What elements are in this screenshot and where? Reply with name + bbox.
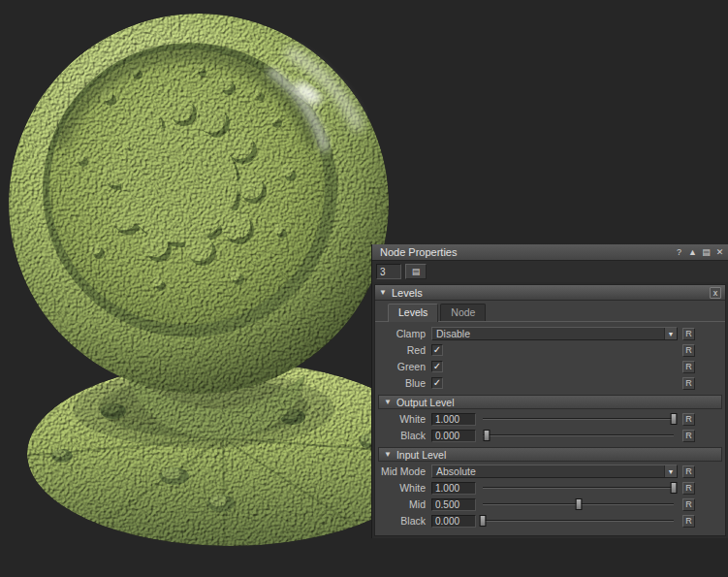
- input-level-section-header[interactable]: ▼ Input Level: [378, 447, 722, 462]
- blue-checkbox[interactable]: ✓: [431, 377, 443, 389]
- mid-mode-reset-button[interactable]: R: [682, 465, 695, 478]
- check-icon: ✓: [433, 345, 441, 355]
- collapse-icon[interactable]: ▼: [379, 288, 387, 297]
- green-checkbox[interactable]: ✓: [431, 361, 443, 372]
- slider-handle[interactable]: [480, 515, 487, 527]
- levels-group: ▼ Levels x Levels Node Clamp Disable ▼: [374, 284, 726, 536]
- output-black-reset-button[interactable]: R: [682, 430, 695, 442]
- input-mid-slider[interactable]: [479, 497, 678, 511]
- blue-reset-button[interactable]: R: [682, 377, 695, 390]
- output-white-label: White: [377, 413, 431, 425]
- close-icon[interactable]: ✕: [713, 246, 726, 259]
- panel-title: Node Properties: [380, 246, 672, 258]
- input-mid-input[interactable]: [431, 498, 476, 511]
- input-mid-reset-button[interactable]: R: [682, 498, 695, 511]
- clamp-value: Disable: [432, 328, 664, 339]
- output-white-reset-button[interactable]: R: [682, 413, 695, 426]
- panel-toolbar: ▤: [372, 261, 728, 282]
- levels-group-header[interactable]: ▼ Levels x: [375, 285, 725, 301]
- panel-titlebar[interactable]: Node Properties ? ▲ ▤ ✕: [372, 244, 728, 261]
- output-black-label: Black: [377, 430, 431, 441]
- tab-levels[interactable]: Levels: [388, 304, 438, 322]
- green-reset-button[interactable]: R: [682, 361, 695, 373]
- menu-icon[interactable]: ▤: [700, 246, 712, 259]
- output-level-title: Output Level: [396, 397, 455, 408]
- check-icon: ✓: [433, 362, 441, 371]
- output-black-slider[interactable]: [479, 429, 678, 442]
- slider-handle[interactable]: [671, 413, 678, 425]
- input-white-row: White R: [375, 480, 725, 496]
- green-channel-row: Green ✓ R: [375, 359, 725, 374]
- levels-form: Clamp Disable ▼ R Red ✓ R: [375, 322, 725, 535]
- mid-mode-dropdown[interactable]: Absolute ▼: [431, 465, 678, 478]
- input-black-slider[interactable]: [479, 514, 678, 528]
- red-label: Red: [377, 344, 431, 356]
- mid-mode-value: Absolute: [432, 465, 664, 477]
- input-white-reset-button[interactable]: R: [682, 482, 695, 495]
- node-properties-panel: Node Properties ? ▲ ▤ ✕ ▤ ▼ Levels x Lev…: [371, 244, 728, 538]
- collapse-icon[interactable]: ▼: [384, 450, 392, 459]
- clamp-label: Clamp: [377, 328, 431, 339]
- output-white-row: White R: [375, 411, 725, 427]
- red-checkbox[interactable]: ✓: [431, 344, 443, 356]
- red-reset-button[interactable]: R: [682, 344, 695, 357]
- output-black-row: Black R: [375, 428, 725, 443]
- output-black-input[interactable]: [431, 430, 476, 442]
- chevron-down-icon[interactable]: ▼: [664, 328, 677, 339]
- red-channel-row: Red ✓ R: [375, 342, 725, 358]
- input-mid-row: Mid R: [375, 497, 725, 512]
- mid-mode-row: Mid Mode Absolute ▼ R: [375, 464, 725, 479]
- levels-group-title: Levels: [392, 287, 705, 299]
- group-close-button[interactable]: x: [710, 287, 721, 299]
- input-black-reset-button[interactable]: R: [682, 515, 695, 528]
- check-icon: ✓: [433, 378, 441, 388]
- input-black-label: Black: [377, 515, 431, 527]
- clamp-dropdown[interactable]: Disable ▼: [431, 327, 678, 340]
- slider-handle[interactable]: [575, 498, 582, 510]
- application-window: Node Properties ? ▲ ▤ ✕ ▤ ▼ Levels x Lev…: [0, 0, 728, 577]
- input-level-title: Input Level: [396, 449, 446, 461]
- slider-handle[interactable]: [671, 482, 678, 494]
- collapse-icon[interactable]: ▼: [384, 398, 392, 406]
- pin-icon[interactable]: ▲: [686, 246, 699, 259]
- tab-bar: Levels Node: [375, 301, 725, 322]
- count-input[interactable]: [376, 264, 401, 279]
- blue-channel-row: Blue ✓ R: [375, 375, 725, 391]
- input-white-input[interactable]: [431, 482, 476, 495]
- shader-ball-geometry: [9, 14, 432, 548]
- output-white-input[interactable]: [431, 413, 476, 426]
- output-level-section-header[interactable]: ▼ Output Level: [378, 395, 722, 409]
- input-black-input[interactable]: [431, 515, 476, 528]
- green-label: Green: [377, 361, 431, 372]
- output-white-slider[interactable]: [479, 412, 678, 426]
- mid-mode-label: Mid Mode: [377, 465, 431, 477]
- layout-button[interactable]: ▤: [405, 264, 427, 279]
- tab-node[interactable]: Node: [440, 304, 486, 321]
- help-icon[interactable]: ?: [673, 246, 685, 259]
- blue-label: Blue: [377, 377, 431, 389]
- slider-handle[interactable]: [483, 430, 490, 441]
- input-black-row: Black R: [375, 513, 725, 529]
- clamp-reset-button[interactable]: R: [682, 328, 695, 340]
- input-white-slider[interactable]: [479, 481, 678, 495]
- input-white-label: White: [377, 482, 431, 494]
- input-mid-label: Mid: [377, 498, 431, 510]
- clamp-row: Clamp Disable ▼ R: [375, 326, 725, 341]
- panel-icon: ▤: [412, 267, 421, 276]
- chevron-down-icon[interactable]: ▼: [664, 465, 677, 477]
